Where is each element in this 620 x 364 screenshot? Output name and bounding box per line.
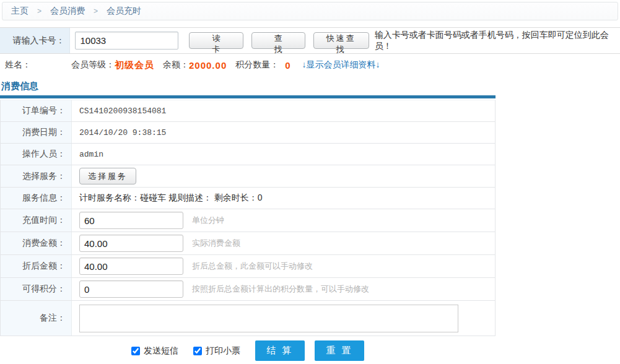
- settle-button[interactable]: 结 算: [255, 340, 305, 361]
- reset-button[interactable]: 重 置: [315, 340, 364, 361]
- service-info-value: 计时服务名称：碰碰车 规则描述： 剩余时长：0: [79, 193, 263, 204]
- discount-amount-row: 折后金额： 折后总金额，此金额可以手动修改: [1, 255, 495, 278]
- breadcrumb-current-page: 会员充时: [107, 6, 141, 17]
- print-ticket-label: 打印小票: [206, 345, 240, 357]
- remark-textarea[interactable]: [79, 305, 458, 332]
- card-number-input[interactable]: [75, 32, 178, 50]
- balance-label: 余额：: [163, 59, 189, 71]
- consume-amount-row: 消费金额： 实际消费金额: [1, 232, 495, 255]
- consume-amount-hint: 实际消费金额: [192, 238, 240, 249]
- member-level-value: 初级会员: [115, 59, 154, 71]
- select-service-row: 选择服务： 选择服务: [1, 165, 495, 188]
- discount-amount-input[interactable]: [79, 258, 183, 275]
- service-info-label: 服务信息：: [1, 188, 72, 209]
- breadcrumb-member-consume[interactable]: 会员消费: [50, 6, 85, 17]
- operator-value: admin: [79, 150, 103, 159]
- discount-amount-hint: 折后总金额，此金额可以手动修改: [192, 261, 313, 272]
- recharge-time-row: 充值时间： 单位分钟: [1, 209, 495, 232]
- print-ticket-option[interactable]: 打印小票: [193, 345, 240, 357]
- read-card-button[interactable]: 读 卡: [189, 32, 243, 49]
- recharge-time-label: 充值时间：: [1, 209, 72, 232]
- card-lookup-hint: 输入卡号或者卡面号码或者手机号码，按回车即可定位到此会员！: [375, 30, 620, 52]
- points-label: 积分数量：: [235, 59, 279, 71]
- section-divider-bar: [0, 95, 496, 98]
- remark-label: 备注：: [1, 301, 72, 336]
- breadcrumb-separator: >: [37, 7, 41, 15]
- consume-date-label: 消费日期：: [1, 122, 72, 143]
- show-member-detail-link[interactable]: ↓显示会员详细资料↓: [302, 59, 380, 71]
- card-lookup-row: 请输入卡号： 读 卡 查 找 快速查找 输入卡号或者卡面号码或者手机号码，按回车…: [0, 27, 620, 54]
- order-number-value: CS1410200938154081: [79, 106, 166, 116]
- consume-amount-label: 消费金额：: [1, 232, 72, 254]
- member-level-label: 会员等级：: [71, 59, 115, 71]
- member-summary-row: 姓名： 会员等级： 初级会员 余额： 2000.00 积分数量： 0 ↓显示会员…: [0, 54, 620, 76]
- order-number-label: 订单编号：: [1, 100, 72, 121]
- service-info-row: 服务信息： 计时服务名称：碰碰车 规则描述： 剩余时长：0: [1, 188, 495, 209]
- consume-date-value: 2014/10/20 9:38:15: [79, 128, 166, 137]
- earn-points-row: 可得积分： 按照折后总金额计算出的积分数量，可以手动修改: [1, 278, 495, 301]
- select-service-button[interactable]: 选择服务: [79, 168, 136, 184]
- operator-row: 操作人员： admin: [1, 144, 495, 165]
- consume-form-table: 订单编号： CS1410200938154081 消费日期： 2014/10/2…: [0, 100, 496, 336]
- consume-date-row: 消费日期： 2014/10/20 9:38:15: [1, 122, 495, 144]
- earn-points-input[interactable]: [79, 280, 183, 298]
- operator-label: 操作人员：: [1, 144, 72, 165]
- member-name-label: 姓名：: [5, 59, 71, 71]
- section-title-consume-info: 消费信息: [1, 80, 620, 92]
- send-sms-label: 发送短信: [144, 345, 178, 357]
- print-ticket-checkbox[interactable]: [193, 347, 202, 355]
- send-sms-option[interactable]: 发送短信: [131, 345, 178, 357]
- send-sms-checkbox[interactable]: [131, 347, 140, 355]
- quick-search-button[interactable]: 快速查找: [313, 32, 369, 49]
- select-service-label: 选择服务：: [1, 165, 72, 187]
- remark-row: 备注：: [1, 301, 495, 336]
- action-row: 发送短信 打印小票 结 算 重 置: [0, 340, 496, 361]
- breadcrumb-home[interactable]: 主页: [11, 6, 28, 17]
- earn-points-label: 可得积分：: [1, 278, 72, 300]
- points-value: 0: [285, 60, 290, 71]
- order-number-row: 订单编号： CS1410200938154081: [1, 100, 495, 122]
- recharge-time-hint: 单位分钟: [192, 215, 224, 226]
- breadcrumb: 主页 > 会员消费 > 会员充时: [2, 2, 618, 20]
- card-number-label: 请输入卡号：: [0, 28, 70, 53]
- breadcrumb-separator: >: [94, 7, 98, 15]
- search-button[interactable]: 查 找: [251, 32, 305, 49]
- balance-value: 2000.00: [189, 60, 227, 71]
- consume-amount-input[interactable]: [79, 235, 183, 252]
- earn-points-hint: 按照折后总金额计算出的积分数量，可以手动修改: [192, 284, 369, 295]
- recharge-time-input[interactable]: [79, 212, 183, 229]
- discount-amount-label: 折后金额：: [1, 255, 72, 277]
